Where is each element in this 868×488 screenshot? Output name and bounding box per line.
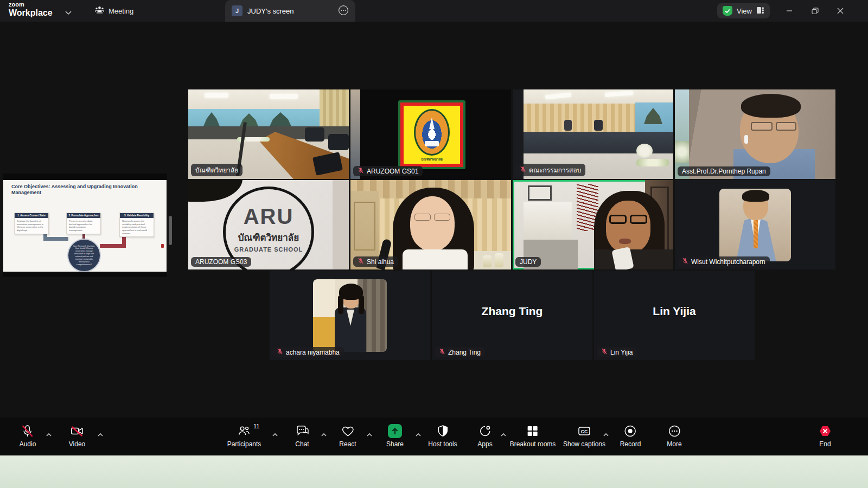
aru-logo-thai: บัณฑิตวิทยาลัย [226, 230, 311, 245]
scene-chair [328, 134, 349, 150]
scene-light [270, 94, 298, 99]
slide-box-body: Present concrete, data-backed approaches… [67, 218, 100, 234]
scene-bottle [495, 253, 503, 267]
view-layout-icon [756, 7, 764, 16]
share-chevron-icon[interactable] [415, 429, 422, 439]
scene-window-left [675, 89, 689, 179]
restore-button[interactable] [802, 0, 827, 22]
person-coat [403, 249, 468, 269]
person-glasses [751, 122, 773, 131]
tab-options-icon[interactable] [338, 5, 349, 17]
record-button[interactable]: Record [620, 424, 641, 448]
video-button[interactable]: Video [69, 424, 85, 448]
share-label: Share [386, 440, 404, 448]
aru-logo-text: ARU [226, 204, 311, 229]
scene-plants [675, 141, 689, 163]
participant-display-name: Zhang Ting [432, 305, 592, 318]
share-icon [388, 424, 402, 438]
chat-icon [295, 424, 309, 438]
audio-label: Audio [20, 440, 36, 448]
scene-flowers [636, 159, 669, 166]
end-button[interactable]: End [818, 424, 832, 448]
react-chevron-icon[interactable] [366, 429, 373, 439]
video-tile-aruzoom-gs03[interactable]: ARU บัณฑิตวิทยาลัย GRADUATE SCHOOL ARUZO… [188, 180, 349, 269]
chat-button[interactable]: Chat [295, 424, 309, 448]
record-icon [623, 424, 637, 438]
participant-name: Zhang Ting [448, 349, 481, 356]
more-button[interactable]: More [667, 424, 681, 448]
profile-photo [719, 189, 791, 261]
participant-nameplate: JUDY [515, 257, 541, 267]
host-tools-button[interactable]: Host tools [428, 424, 457, 448]
video-options-chevron-icon[interactable] [97, 429, 104, 439]
tab-judys-screen[interactable]: J JUDY's screen [225, 0, 355, 22]
tab-meeting-label: Meeting [108, 7, 133, 15]
close-button[interactable] [828, 0, 853, 22]
breakout-rooms-button[interactable]: Breakout rooms [510, 424, 556, 448]
person-top [594, 249, 673, 269]
video-tile-committee[interactable]: คณะกรรมการสอบ [513, 89, 673, 179]
participant-name: ARUZOOM GS03 [195, 258, 247, 266]
participant-name: achara niyamabha [286, 349, 340, 356]
minimize-button[interactable] [777, 0, 802, 22]
video-tile-wisut[interactable]: Wisut Wichitputcharaporn [675, 180, 835, 269]
participants-button[interactable]: 11 Participants [227, 424, 261, 448]
audio-button[interactable]: Audio [20, 424, 36, 448]
react-button[interactable]: React [339, 424, 356, 448]
slide-center-circle: Core Research Question: How should Chine… [67, 239, 101, 272]
chevron-down-icon[interactable] [65, 8, 72, 17]
participants-icon: 11 [237, 424, 251, 438]
preview-scrollbar[interactable] [169, 216, 172, 245]
participants-chevron-icon[interactable] [272, 429, 278, 439]
slide-box-heading: 1. Assess Current State [15, 213, 48, 218]
video-tile-zhang-ting[interactable]: Zhang Ting Zhang Ting [432, 271, 592, 360]
scene-person [594, 120, 603, 131]
participant-nameplate: Zhang Ting [435, 347, 485, 357]
profile-photo [313, 279, 387, 352]
zoom-meeting-window: zoom Workplace Meeting J JUDY's screen V… [0, 0, 868, 488]
video-tile-aruzoom-gs01[interactable]: บัณฑิตวิทยาลัย ARUZOOM GS01 [350, 89, 511, 179]
apps-button[interactable]: Apps [477, 424, 492, 448]
slide-box-3: 3. Validate Feasibility Rigorously asses… [119, 213, 154, 237]
video-tile-shi-aihua[interactable]: Shi aihua [350, 180, 511, 269]
participant-nameplate: Asst.Prof.Dr.Pornthep Rupan [678, 166, 770, 176]
video-tile-bandit-witthayalai[interactable]: บัณฑิตวิทยาลัย [188, 89, 349, 179]
mic-muted-icon [601, 348, 608, 356]
scene-flowers [636, 144, 653, 158]
view-label: View [737, 7, 752, 15]
scene-dark-corner [188, 180, 242, 202]
more-label: More [667, 440, 681, 448]
end-label: End [819, 440, 831, 448]
video-tile-achara[interactable]: achara niyamabha [270, 271, 430, 360]
scene-light [205, 93, 228, 98]
slide-box-body: Rigorously assess the suitability and pr… [120, 218, 154, 236]
mic-muted-icon [358, 258, 364, 266]
zoom-workplace-logo: zoom Workplace [9, 2, 53, 17]
meeting-toolbar: Audio Video 11 Participants Chat [0, 418, 868, 455]
mic-muted-icon [520, 166, 526, 174]
logo-line1: zoom [9, 2, 53, 8]
view-button[interactable]: View [717, 3, 770, 18]
tab-meeting[interactable]: Meeting [90, 0, 139, 22]
logo-red-border: บัณฑิตวิทยาลัย [400, 102, 463, 167]
share-button[interactable]: Share [386, 424, 404, 448]
chat-chevron-icon[interactable] [321, 429, 327, 439]
captions-chevron-icon[interactable] [603, 429, 609, 439]
scene-edge [333, 180, 349, 269]
audio-options-chevron-icon[interactable] [46, 429, 52, 439]
video-label: Video [69, 440, 85, 448]
participant-name: Shi aihua [367, 258, 394, 266]
apps-icon [478, 424, 492, 438]
show-captions-button[interactable]: CC Show captions [563, 424, 605, 448]
person-face [410, 196, 455, 251]
participant-nameplate: Lin Yijia [597, 347, 637, 357]
apps-chevron-icon[interactable] [500, 429, 507, 439]
participant-nameplate: บัณฑิตวิทยาลัย [191, 164, 242, 176]
video-off-icon [70, 424, 84, 438]
video-tile-lin-yijia[interactable]: Lin Yijia Lin Yijia [594, 271, 755, 360]
video-tile-pornthep[interactable]: Asst.Prof.Dr.Pornthep Rupan [675, 89, 835, 179]
video-tile-judy[interactable]: JUDY [513, 180, 673, 269]
shared-screen-preview[interactable]: Core Objectives: Assessing and Upgrading… [3, 174, 167, 277]
host-tools-label: Host tools [428, 440, 457, 448]
person-mouth [619, 239, 631, 244]
